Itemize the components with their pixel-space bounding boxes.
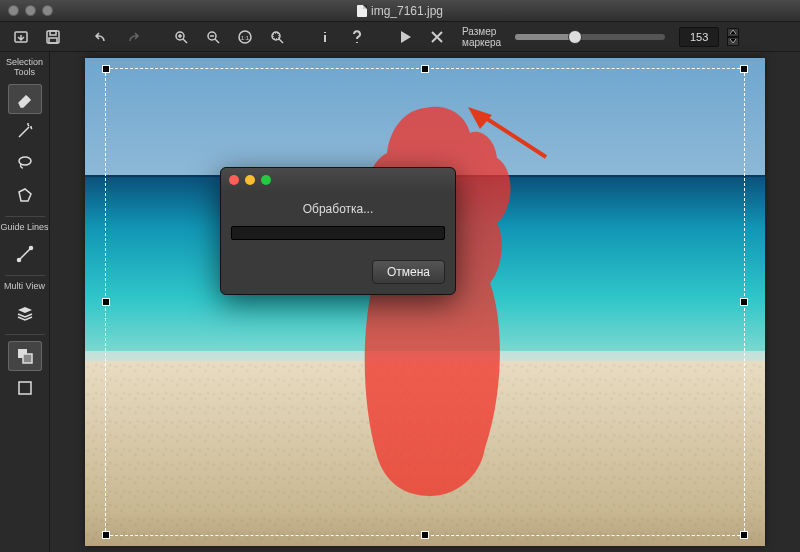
lasso-tool[interactable] bbox=[8, 148, 42, 178]
zoom-actual-button[interactable]: 1:1 bbox=[232, 26, 258, 48]
crop-marquee[interactable] bbox=[105, 68, 745, 536]
crop-handle-bm[interactable] bbox=[421, 531, 429, 539]
zoom-out-button[interactable] bbox=[200, 26, 226, 48]
main-toolbar: 1:1 Размер маркера 153 bbox=[0, 22, 800, 52]
svg-rect-15 bbox=[19, 382, 31, 394]
marker-size-label: Размер маркера bbox=[462, 26, 501, 48]
redo-button[interactable] bbox=[120, 26, 146, 48]
marker-size-input[interactable]: 153 bbox=[679, 27, 719, 47]
svg-rect-9 bbox=[273, 33, 279, 39]
marker-size-stepper[interactable] bbox=[727, 28, 739, 46]
save-button[interactable] bbox=[40, 26, 66, 48]
svg-rect-14 bbox=[23, 354, 32, 363]
svg-line-16 bbox=[481, 115, 546, 157]
svg-text:1:1: 1:1 bbox=[241, 35, 250, 41]
guide-lines-label: Guide Lines bbox=[0, 223, 48, 233]
marker-size-slider[interactable] bbox=[515, 34, 665, 40]
dialog-title-text: Обработка... bbox=[231, 202, 445, 216]
run-button[interactable] bbox=[392, 26, 418, 48]
crop-handle-tr[interactable] bbox=[740, 65, 748, 73]
document-icon bbox=[357, 5, 367, 17]
undo-button[interactable] bbox=[88, 26, 114, 48]
processing-dialog: Обработка... Отмена bbox=[220, 167, 456, 295]
compare-view-tool[interactable] bbox=[8, 341, 42, 371]
zoom-in-button[interactable] bbox=[168, 26, 194, 48]
svg-rect-2 bbox=[50, 31, 56, 35]
cancel-run-button[interactable] bbox=[424, 26, 450, 48]
svg-rect-3 bbox=[49, 38, 57, 43]
crop-handle-ml[interactable] bbox=[102, 298, 110, 306]
svg-point-12 bbox=[29, 246, 32, 249]
crop-handle-tl[interactable] bbox=[102, 65, 110, 73]
multi-view-label: Multi View bbox=[4, 282, 45, 292]
info-button[interactable] bbox=[312, 26, 338, 48]
window-titlebar: img_7161.jpg bbox=[0, 0, 800, 22]
crop-handle-bl[interactable] bbox=[102, 531, 110, 539]
single-view-tool[interactable] bbox=[8, 373, 42, 403]
annotation-arrow-icon bbox=[466, 107, 556, 167]
dialog-titlebar bbox=[221, 168, 455, 192]
image-canvas[interactable] bbox=[85, 58, 765, 546]
polygon-tool[interactable] bbox=[8, 180, 42, 210]
dialog-minimize-icon[interactable] bbox=[245, 175, 255, 185]
canvas-area bbox=[50, 52, 800, 552]
window-title-text: img_7161.jpg bbox=[371, 4, 443, 18]
zoom-fit-button[interactable] bbox=[264, 26, 290, 48]
tool-sidebar: Selection Tools Guide Lines Multi View bbox=[0, 52, 50, 552]
help-button[interactable] bbox=[344, 26, 370, 48]
cancel-button[interactable]: Отмена bbox=[372, 260, 445, 284]
magic-wand-tool[interactable] bbox=[8, 116, 42, 146]
layers-tool[interactable] bbox=[8, 298, 42, 328]
selection-tools-label: Selection Tools bbox=[0, 58, 49, 78]
progress-bar bbox=[231, 226, 445, 240]
crop-handle-tm[interactable] bbox=[421, 65, 429, 73]
svg-marker-17 bbox=[468, 107, 492, 129]
svg-point-10 bbox=[19, 157, 31, 165]
stepper-down-icon[interactable] bbox=[727, 37, 739, 46]
line-tool[interactable] bbox=[8, 239, 42, 269]
crop-handle-br[interactable] bbox=[740, 531, 748, 539]
open-button[interactable] bbox=[8, 26, 34, 48]
eraser-tool[interactable] bbox=[8, 84, 42, 114]
crop-handle-mr[interactable] bbox=[740, 298, 748, 306]
window-title: img_7161.jpg bbox=[0, 4, 800, 18]
dialog-zoom-icon[interactable] bbox=[261, 175, 271, 185]
svg-point-11 bbox=[17, 258, 20, 261]
stepper-up-icon[interactable] bbox=[727, 28, 739, 37]
dialog-close-icon[interactable] bbox=[229, 175, 239, 185]
